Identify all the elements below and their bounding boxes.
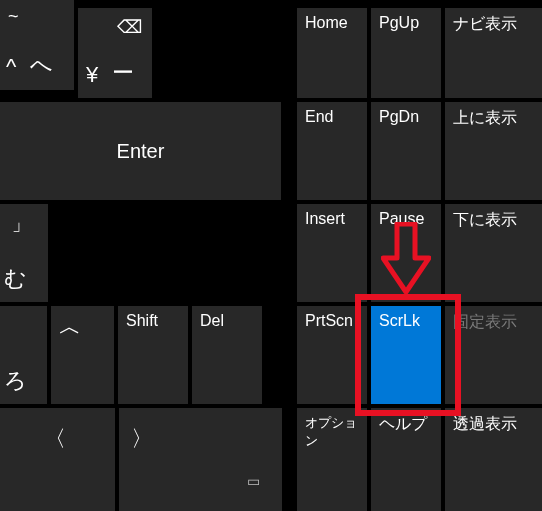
key-label: Home: [305, 14, 348, 32]
key-scrlk[interactable]: ScrLk: [371, 306, 441, 404]
key-shift-right[interactable]: 〉 ▭: [119, 408, 282, 511]
key-label: PrtScn: [305, 312, 353, 330]
key-label: ScrLk: [379, 312, 420, 330]
key-label: 透過表示: [453, 414, 517, 435]
key-trans-show[interactable]: 透過表示: [445, 408, 542, 511]
key-tilde[interactable]: ~ ^ へ: [0, 0, 74, 90]
key-pause[interactable]: Pause: [371, 204, 441, 302]
key-del[interactable]: Del: [192, 306, 262, 404]
key-down-show[interactable]: 下に表示: [445, 204, 542, 302]
key-end[interactable]: End: [297, 102, 367, 200]
key-pgup[interactable]: PgUp: [371, 8, 441, 98]
caret-up-icon: ︿: [59, 312, 81, 342]
key-label: End: [305, 108, 333, 126]
chevron-left-icon: 〈: [44, 424, 66, 454]
key-enter[interactable]: Enter: [0, 102, 281, 200]
key-fix-show[interactable]: 固定表示: [445, 306, 542, 404]
key-help[interactable]: ヘルプ: [371, 408, 441, 511]
key-label: Del: [200, 312, 224, 330]
key-shift-up[interactable]: ︿: [51, 306, 114, 404]
key-label: Shift: [126, 312, 158, 330]
key-prtscn[interactable]: PrtScn: [297, 306, 367, 404]
key-label: ¥: [86, 62, 98, 88]
key-up-show[interactable]: 上に表示: [445, 102, 542, 200]
key-label: Pause: [379, 210, 424, 228]
key-label: ー: [112, 58, 134, 88]
key-shift-left[interactable]: 〈: [0, 408, 115, 511]
menu-icon: ▭: [247, 473, 260, 489]
key-pgdn[interactable]: PgDn: [371, 102, 441, 200]
key-label: 固定表示: [453, 312, 517, 333]
key-label: ナビ表示: [453, 14, 517, 35]
key-label: ろ: [4, 366, 27, 396]
chevron-right-icon: 〉: [131, 424, 153, 454]
backspace-icon: ⌫: [117, 16, 142, 38]
key-label: ^: [6, 54, 16, 80]
key-yen[interactable]: ⌫ ¥ ー: [78, 8, 152, 98]
key-label: ヘルプ: [379, 414, 427, 435]
key-label: へ: [30, 50, 53, 80]
key-label: PgDn: [379, 108, 419, 126]
key-label: Insert: [305, 210, 345, 228]
key-label: オプション: [305, 414, 367, 450]
key-ro[interactable]: ろ: [0, 306, 47, 404]
key-nav-show[interactable]: ナビ表示: [445, 8, 542, 98]
key-shift[interactable]: Shift: [118, 306, 188, 404]
key-mu[interactable]: 」 む: [0, 204, 48, 302]
key-home[interactable]: Home: [297, 8, 367, 98]
key-label: む: [4, 264, 27, 294]
key-label: 上に表示: [453, 108, 517, 129]
key-label: Enter: [117, 140, 165, 163]
key-label: 下に表示: [453, 210, 517, 231]
key-label: PgUp: [379, 14, 419, 32]
key-insert[interactable]: Insert: [297, 204, 367, 302]
key-label: 」: [12, 212, 30, 236]
key-option[interactable]: オプション: [297, 408, 367, 511]
key-label: ~: [8, 6, 19, 27]
